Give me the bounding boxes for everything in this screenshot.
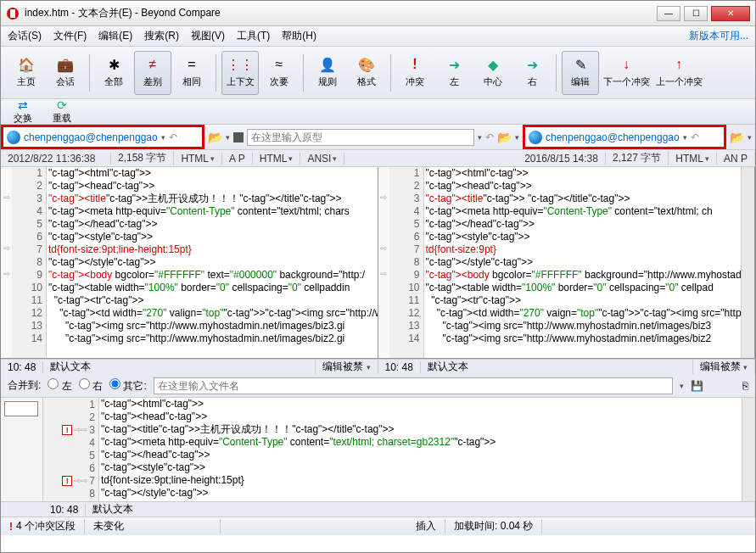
folder-open-icon[interactable]: 📂	[497, 131, 512, 144]
separator	[303, 54, 304, 92]
diamond-icon: ◆	[485, 57, 501, 72]
exclaim-icon: !	[407, 57, 423, 72]
format-button[interactable]: 🎨格式	[348, 51, 385, 95]
mid-format[interactable]: HTML ▾	[253, 153, 301, 165]
separator	[556, 54, 557, 92]
dropdown-icon[interactable]: ▾	[680, 382, 684, 390]
context-icon: ⋮⋮	[232, 57, 248, 72]
menu-tools[interactable]: 工具(T)	[237, 29, 270, 43]
merge-filename-input[interactable]	[154, 377, 673, 394]
right-gutter: 1234567891011121314	[390, 167, 424, 358]
next-conflict-button[interactable]: ↓下一个冲突	[601, 51, 652, 95]
close-button[interactable]: ✕	[711, 6, 750, 21]
center-button[interactable]: ◆中心	[474, 51, 512, 95]
dropdown-icon[interactable]: ▾	[478, 133, 482, 142]
sessions-button[interactable]: 💼会话	[47, 51, 84, 95]
left-path[interactable]: chenpenggao@chenpenggao	[24, 131, 158, 143]
path-row: chenpenggao@chenpenggao ▾ ↶ 📂▾ ▾ ↶ 📂▾ ch…	[1, 125, 755, 150]
right-code[interactable]: "c-tag"><html"c-tag">>"c-tag"><head"c-ta…	[424, 167, 742, 358]
arrow-right-icon: ➜	[524, 57, 540, 72]
mid-encoding[interactable]: ANSI ▾	[300, 153, 344, 165]
position-bars: 10: 48 默认文本 编辑被禁 ▾ 10: 48 默认文本 编辑被禁 ▾	[1, 359, 755, 374]
diff-button[interactable]: ≠差别	[134, 51, 171, 95]
right-path[interactable]: chenpenggao@chenpenggao	[546, 131, 680, 143]
save-icon[interactable]: 💾	[691, 380, 703, 392]
right-button[interactable]: ➜右	[513, 51, 551, 95]
left-markers: ⇨⇨⇨	[1, 167, 13, 358]
left-format[interactable]: HTML ▾	[174, 153, 222, 165]
left-path-cell: chenpenggao@chenpenggao ▾ ↶	[1, 125, 204, 149]
reload-button[interactable]: ⟳重载	[47, 98, 77, 125]
chevron-down-icon[interactable]: ▾	[748, 133, 752, 142]
home-button[interactable]: 🏠主页	[8, 51, 45, 95]
merge-other-radio[interactable]: 其它:	[109, 378, 147, 394]
left-pane: ⇨⇨⇨ 1234567891011121314 "c-tag"><html"c-…	[1, 167, 378, 358]
exclaim-icon: !	[9, 521, 13, 533]
left-gutter: 1234567891011121314	[13, 167, 47, 358]
secondary-toolbar: ⇄交换 ⟳重载	[1, 99, 755, 125]
info-row: 2012/8/22 11:36:38 2,158 字节 HTML ▾ A P H…	[1, 150, 755, 167]
menu-edit[interactable]: 编辑(E)	[98, 29, 132, 43]
separator	[216, 54, 216, 92]
context-button[interactable]: ⋮⋮上下文	[221, 51, 259, 95]
merge-posbar: 10: 48 默认文本	[1, 501, 755, 517]
right-pos: 10: 48	[378, 361, 421, 373]
minor-button[interactable]: ≈次要	[260, 51, 298, 95]
chevron-down-icon[interactable]: ▾	[515, 133, 519, 142]
main-toolbar: 🏠主页 💼会话 ✱全部 ≠差别 =相同 ⋮⋮上下文 ≈次要 👤规则 🎨格式 !冲…	[1, 47, 755, 99]
folder-open-icon[interactable]: 📂	[208, 131, 222, 144]
undo-icon[interactable]: ↶	[169, 131, 177, 143]
dropdown-icon[interactable]: ▾	[161, 133, 165, 142]
scrollbar[interactable]	[741, 167, 754, 358]
undo-icon[interactable]: ↶	[485, 131, 494, 143]
down-arrow-icon: ↓	[619, 57, 634, 72]
merge-right-radio[interactable]: 右	[79, 378, 103, 394]
copy-icon[interactable]: ⎘	[742, 380, 748, 392]
prev-conflict-button[interactable]: ↑上一个冲突	[653, 51, 704, 95]
all-button[interactable]: ✱全部	[95, 51, 132, 95]
rules-button[interactable]: 👤规则	[309, 51, 346, 95]
compare-panes: ⇨⇨⇨ 1234567891011121314 "c-tag"><html"c-…	[1, 167, 755, 359]
edit-button[interactable]: ✎编辑	[562, 51, 599, 95]
edit-locked-r[interactable]: 编辑被禁 ▾	[693, 360, 755, 374]
menu-help[interactable]: 帮助(H)	[282, 29, 316, 43]
scrollbar[interactable]	[742, 398, 755, 501]
right-markers: ⇨⇨⇨	[378, 167, 390, 358]
folder-open-icon[interactable]: 📂	[730, 131, 744, 144]
prototype-input[interactable]	[247, 129, 474, 146]
thumbnail-column[interactable]	[1, 398, 43, 501]
stop-icon[interactable]	[233, 132, 244, 142]
right-format[interactable]: HTML ▾	[669, 153, 717, 165]
same-button[interactable]: =相同	[173, 51, 210, 95]
middle-path-cell: 📂▾ ▾ ↶ 📂▾	[204, 125, 523, 149]
arrow-left-icon: ➜	[446, 57, 462, 72]
status-conflicts: !4 个冲突区段	[1, 519, 85, 533]
left-encoding: A P	[222, 153, 253, 165]
chevron-down-icon[interactable]: ▾	[226, 133, 230, 142]
left-button[interactable]: ➜左	[435, 51, 473, 95]
menu-session[interactable]: 会话(S)	[8, 29, 42, 43]
menu-file[interactable]: 文件(F)	[53, 29, 87, 43]
right-path-cell: chenpenggao@chenpenggao ▾ ↶	[523, 125, 726, 149]
maximize-button[interactable]: ☐	[684, 6, 708, 21]
undo-icon[interactable]: ↶	[691, 131, 699, 143]
menu-view[interactable]: 视图(V)	[191, 29, 225, 43]
merge-left-radio[interactable]: 左	[48, 378, 71, 394]
merge-pos: 10: 48	[43, 504, 86, 516]
edit-locked[interactable]: 编辑被禁 ▾	[316, 360, 378, 374]
not-equal-icon: ≠	[145, 57, 160, 72]
home-icon: 🏠	[19, 57, 34, 72]
swap-button[interactable]: ⇄交换	[8, 98, 38, 125]
dropdown-icon[interactable]: ▾	[683, 133, 687, 142]
minimize-button[interactable]: —	[657, 6, 680, 21]
left-code[interactable]: "c-tag"><html"c-tag">>"c-tag"><head"c-ta…	[47, 167, 378, 358]
conflict-button[interactable]: !冲突	[396, 51, 434, 95]
update-link[interactable]: 新版本可用...	[689, 29, 748, 43]
right-date: 2016/8/15 14:38	[518, 153, 606, 165]
app-icon	[6, 7, 20, 20]
title-bar: index.htm - 文本合并(E) - Beyond Compare — ☐…	[1, 1, 755, 26]
menu-search[interactable]: 搜索(R)	[144, 29, 179, 43]
left-size: 2,158 字节	[111, 151, 174, 165]
asterisk-icon: ✱	[106, 57, 121, 72]
merge-code[interactable]: "c-tag"><html"c-tag">>"c-tag"><head"c-ta…	[99, 398, 742, 501]
